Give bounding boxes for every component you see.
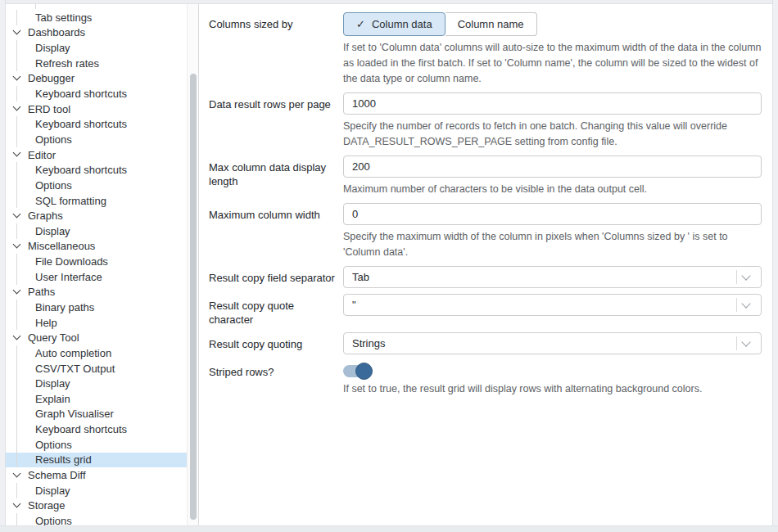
- chevron-down-icon[interactable]: [743, 341, 761, 345]
- field-help-text: Maximum number of characters to be visib…: [343, 182, 762, 197]
- select-value: Strings: [352, 337, 736, 349]
- check-icon: ✓: [356, 18, 365, 30]
- sidebar-scrollbar[interactable]: [187, 4, 198, 525]
- input-max-column-data-display-length[interactable]: 200: [343, 156, 762, 178]
- toggle-option-label: Column name: [458, 18, 524, 30]
- sidebar-item-keyboard-shortcuts[interactable]: Keyboard shortcuts: [6, 86, 188, 101]
- sidebar-item-paths[interactable]: Paths: [6, 285, 188, 300]
- sidebar-item-binary-paths[interactable]: Binary paths: [6, 300, 188, 315]
- sidebar-item-user-interface[interactable]: User Interface: [6, 269, 188, 285]
- sidebar-item-label: User Interface: [35, 271, 102, 283]
- select-divider: [736, 336, 737, 350]
- sidebar-item-tab-settings[interactable]: Tab settings: [6, 10, 188, 25]
- sidebar-item-query-tool[interactable]: Query Tool: [6, 330, 188, 345]
- sidebar-item-editor[interactable]: Editor: [6, 147, 188, 163]
- sidebar-item-help[interactable]: Help: [6, 315, 188, 331]
- field-label: Data result rows per page: [209, 92, 343, 150]
- sidebar-item-label: Graphs: [28, 210, 63, 222]
- switch-striped-rows[interactable]: [343, 365, 370, 377]
- chevron-down-icon[interactable]: [13, 211, 20, 218]
- chevron-down-icon[interactable]: [13, 104, 20, 110]
- sidebar-item-label: Paths: [28, 286, 55, 298]
- field-control: ": [343, 294, 762, 327]
- sidebar-item-label: Explain: [35, 393, 70, 405]
- chevron-down-icon[interactable]: [13, 501, 20, 507]
- chevron-down-icon[interactable]: [743, 303, 761, 307]
- sidebar-item-label: SQL formatting: [35, 195, 106, 207]
- sidebar-item-keyboard-shortcuts[interactable]: Keyboard shortcuts: [6, 162, 188, 178]
- dialog-right-edge: [772, 0, 778, 532]
- sidebar-item-options[interactable]: Options: [6, 132, 188, 147]
- chevron-down-icon[interactable]: [13, 241, 20, 248]
- preferences-dialog: Tab settingsDashboardsDisplayRefresh rat…: [0, 0, 778, 532]
- sidebar-item-auto-completion[interactable]: Auto completion: [6, 345, 188, 361]
- chevron-down-icon[interactable]: [13, 74, 20, 80]
- select-value: ": [352, 299, 736, 311]
- chevron-down-icon[interactable]: [13, 471, 20, 477]
- sidebar-item-dashboards[interactable]: Dashboards: [6, 25, 188, 41]
- sidebar-item-label: CSV/TXT Output: [35, 363, 115, 375]
- sidebar-item-display[interactable]: Display: [6, 223, 188, 239]
- sidebar-item-erd-tool[interactable]: ERD tool: [6, 101, 188, 117]
- sidebar-item-label: Auto completion: [35, 347, 111, 359]
- sidebar-item-file-downloads[interactable]: File Downloads: [6, 254, 188, 269]
- field-row-columns-sized-by: Columns sized by✓Column dataColumn nameI…: [209, 12, 762, 87]
- sidebar-item-label: Keyboard shortcuts: [35, 88, 127, 100]
- chevron-down-icon[interactable]: [13, 333, 20, 340]
- sidebar-item-csv-txt-output[interactable]: CSV/TXT Output: [6, 361, 188, 376]
- select-result-copy-field-separator[interactable]: Tab: [343, 266, 762, 288]
- input-data-result-rows-per-page[interactable]: 1000: [343, 92, 762, 115]
- field-label: Maximum column width: [209, 203, 343, 260]
- sidebar-item-debugger[interactable]: Debugger: [6, 71, 188, 87]
- sidebar-item-label: File Downloads: [35, 255, 108, 268]
- input-value: 0: [352, 208, 358, 220]
- sidebar-item-label: Display: [35, 377, 70, 390]
- input-value: 1000: [352, 97, 376, 110]
- field-row-max-column-data-display-length: Max column data display length200Maximum…: [209, 156, 762, 197]
- toggle-option-column-name[interactable]: Column name: [446, 12, 537, 36]
- sidebar-item-display[interactable]: Display: [6, 376, 188, 391]
- field-row-data-result-rows-per-page: Data result rows per page1000Specify the…: [209, 92, 762, 150]
- sidebar-item-label: Display: [35, 225, 70, 237]
- sidebar-item-label: Storage: [28, 499, 66, 512]
- sidebar-item-results-grid[interactable]: Results grid: [6, 453, 188, 468]
- preferences-tree: Tab settingsDashboardsDisplayRefresh rat…: [6, 10, 188, 529]
- chevron-down-icon[interactable]: [13, 150, 20, 156]
- input-value: 200: [352, 160, 370, 173]
- toggle-option-label: Column data: [372, 18, 432, 30]
- sidebar-item-graph-visualiser[interactable]: Graph Visualiser: [6, 407, 188, 422]
- sidebar-item-display[interactable]: Display: [6, 40, 188, 56]
- sidebar-item-graphs[interactable]: Graphs: [6, 208, 188, 223]
- sidebar-item-label: Editor: [28, 149, 56, 161]
- sidebar-item-display[interactable]: Display: [6, 483, 188, 498]
- select-value: Tab: [352, 271, 736, 283]
- sidebar-item-sql-formatting[interactable]: SQL formatting: [6, 193, 188, 209]
- input-maximum-column-width[interactable]: 0: [343, 203, 762, 225]
- sidebar-item-label: Tab settings: [35, 11, 92, 24]
- field-help-text: Specify the number of records to fetch i…: [343, 119, 762, 150]
- sidebar-scrollbar-thumb[interactable]: [190, 74, 197, 520]
- field-control: ✓Column dataColumn nameIf set to 'Column…: [343, 12, 762, 87]
- field-label: Columns sized by: [209, 12, 343, 87]
- sidebar-item-explain[interactable]: Explain: [6, 391, 188, 407]
- sidebar-item-keyboard-shortcuts[interactable]: Keyboard shortcuts: [6, 422, 188, 437]
- sidebar-item-label: Keyboard shortcuts: [35, 118, 127, 130]
- select-result-copy-quoting[interactable]: Strings: [343, 332, 762, 354]
- sidebar-item-miscellaneous[interactable]: Miscellaneous: [6, 239, 188, 255]
- sidebar-item-storage[interactable]: Storage: [6, 498, 188, 514]
- chevron-down-icon[interactable]: [13, 287, 20, 294]
- chevron-down-icon[interactable]: [13, 28, 20, 34]
- sidebar-item-options[interactable]: Options: [6, 437, 188, 453]
- field-control: 0Specify the maximum width of the column…: [343, 203, 762, 260]
- sidebar-item-schema-diff[interactable]: Schema Diff: [6, 467, 188, 483]
- sidebar-item-options[interactable]: Options: [6, 178, 188, 193]
- field-help-text: If set to 'Column data' columns will aut…: [343, 40, 762, 87]
- switch-thumb[interactable]: [355, 363, 373, 380]
- select-result-copy-quote-character[interactable]: ": [343, 294, 762, 316]
- chevron-down-icon[interactable]: [743, 275, 761, 279]
- sidebar-item-keyboard-shortcuts[interactable]: Keyboard shortcuts: [6, 116, 188, 132]
- toggle-option-column-data[interactable]: ✓Column data: [343, 12, 446, 36]
- sidebar-item-label: Schema Diff: [28, 469, 86, 481]
- field-row-result-copy-quote-character: Result copy quote character": [209, 294, 762, 327]
- sidebar-item-refresh-rates[interactable]: Refresh rates: [6, 56, 188, 71]
